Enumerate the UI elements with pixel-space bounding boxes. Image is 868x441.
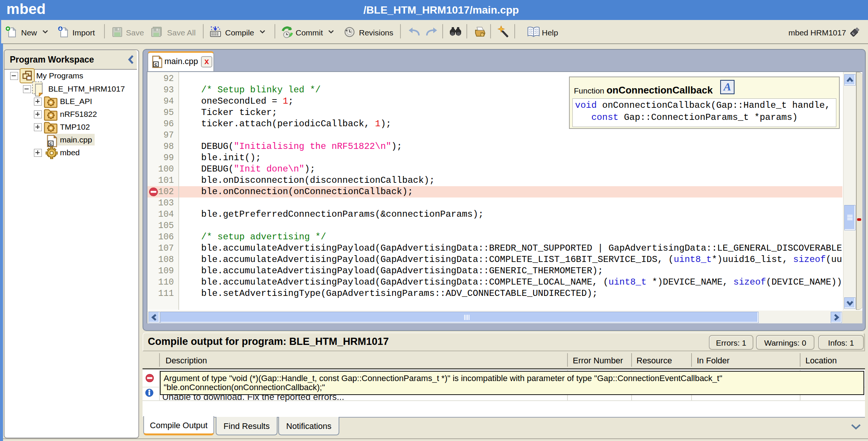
svg-text:c: c <box>49 141 52 147</box>
svg-text:c: c <box>155 62 158 67</box>
